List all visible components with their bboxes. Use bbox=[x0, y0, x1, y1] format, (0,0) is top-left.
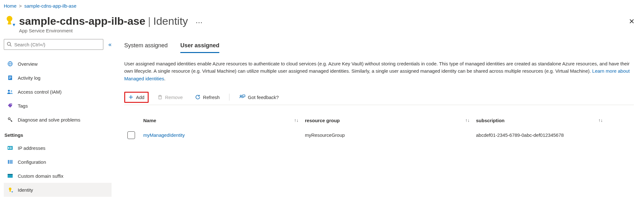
add-button[interactable]: Add bbox=[124, 92, 149, 103]
sidebar-item-label: Configuration bbox=[18, 159, 46, 165]
sort-icon[interactable]: ↑↓ bbox=[294, 118, 299, 123]
sort-icon[interactable]: ↑↓ bbox=[598, 118, 603, 123]
col-subscription[interactable]: subscription bbox=[476, 118, 505, 123]
svg-rect-26 bbox=[8, 174, 13, 175]
add-label: Add bbox=[136, 95, 145, 100]
sidebar-item-label: IP addresses bbox=[18, 145, 45, 151]
breadcrumb-separator: > bbox=[19, 3, 22, 9]
resource-type-label: App Service Environment bbox=[19, 28, 640, 33]
close-button[interactable]: ✕ bbox=[626, 16, 637, 27]
svg-rect-23 bbox=[10, 160, 11, 164]
svg-point-14 bbox=[11, 90, 12, 92]
svg-line-5 bbox=[10, 45, 11, 46]
sidebar-item-overview[interactable]: Overview bbox=[4, 57, 112, 71]
svg-rect-12 bbox=[9, 78, 10, 79]
refresh-icon bbox=[195, 94, 201, 100]
remove-label: Remove bbox=[165, 95, 183, 100]
remove-button: Remove bbox=[154, 93, 186, 102]
svg-rect-28 bbox=[10, 190, 11, 192]
tags-icon bbox=[7, 103, 13, 109]
plus-icon bbox=[128, 95, 133, 100]
more-actions-button[interactable]: ⋯ bbox=[194, 18, 204, 27]
tab-system-assigned[interactable]: System assigned bbox=[124, 41, 168, 53]
svg-rect-36 bbox=[242, 95, 245, 97]
sidebar-item-label: Identity bbox=[18, 187, 33, 193]
identity-toolbar: Add Remove Refresh Got feedback? bbox=[124, 90, 634, 105]
collapse-sidebar-button[interactable]: « bbox=[107, 40, 112, 49]
page-title: sample-cdns-app-ilb-ase bbox=[19, 15, 145, 27]
sidebar-item-label: Activity log bbox=[18, 75, 41, 81]
app-service-environment-icon bbox=[4, 15, 15, 26]
sidebar-item-label: Overview bbox=[18, 61, 38, 67]
search-icon bbox=[7, 42, 12, 48]
identity-subscription: abcdef01-2345-6789-0abc-def012345678 bbox=[476, 132, 609, 138]
svg-point-35 bbox=[240, 95, 242, 97]
breadcrumb: Home > sample-cdns-app-ilb-ase bbox=[4, 3, 640, 9]
sidebar-item-label: Tags bbox=[18, 103, 28, 109]
sidebar-item-access-control[interactable]: Access control (IAM) bbox=[4, 85, 112, 99]
svg-rect-22 bbox=[8, 160, 9, 164]
svg-marker-29 bbox=[11, 191, 13, 193]
sidebar-search[interactable] bbox=[4, 39, 103, 50]
sort-icon[interactable]: ↑↓ bbox=[465, 118, 470, 123]
svg-point-13 bbox=[8, 90, 10, 92]
tab-user-assigned[interactable]: User assigned bbox=[180, 41, 219, 53]
trash-icon bbox=[158, 95, 163, 100]
sidebar-item-custom-domain-suffix[interactable]: Custom domain suffix bbox=[4, 169, 112, 183]
refresh-button[interactable]: Refresh bbox=[192, 92, 223, 102]
svg-point-27 bbox=[9, 188, 11, 190]
identity-resource-group: myResourceGroup bbox=[305, 132, 476, 138]
diagnose-icon bbox=[7, 117, 13, 123]
page-subtitle: Identity bbox=[153, 15, 188, 27]
sidebar-item-tags[interactable]: Tags bbox=[4, 99, 112, 113]
title-separator: | bbox=[148, 15, 151, 27]
svg-rect-2 bbox=[8, 23, 11, 24]
col-name[interactable]: Name bbox=[143, 118, 156, 123]
configuration-icon bbox=[7, 159, 13, 164]
svg-point-4 bbox=[7, 42, 10, 45]
sidebar-item-identity[interactable]: Identity bbox=[4, 183, 112, 197]
sidebar-item-activity-log[interactable]: Activity log bbox=[4, 71, 112, 85]
access-control-icon bbox=[7, 89, 13, 95]
svg-rect-10 bbox=[9, 76, 11, 77]
sidebar-group-settings: Settings bbox=[4, 132, 112, 138]
ip-addresses-icon bbox=[7, 146, 13, 150]
svg-rect-32 bbox=[159, 96, 161, 99]
sidebar-item-label: Custom domain suffix bbox=[18, 173, 63, 179]
svg-rect-11 bbox=[9, 77, 11, 78]
feedback-icon bbox=[239, 94, 245, 100]
sidebar-item-ip-addresses[interactable]: IP addresses bbox=[4, 141, 112, 155]
svg-marker-3 bbox=[13, 24, 15, 26]
breadcrumb-home[interactable]: Home bbox=[4, 3, 16, 9]
table-row[interactable]: myManagedIdentity myResourceGroup abcdef… bbox=[124, 131, 634, 139]
svg-rect-24 bbox=[11, 160, 12, 164]
globe-icon bbox=[7, 61, 13, 67]
col-resource-group[interactable]: resource group bbox=[305, 118, 340, 123]
sidebar-item-configuration[interactable]: Configuration bbox=[4, 155, 112, 169]
identity-tabs: System assigned User assigned bbox=[124, 41, 634, 53]
row-checkbox[interactable] bbox=[127, 131, 135, 139]
toolbar-divider bbox=[229, 94, 229, 101]
identity-icon bbox=[7, 187, 13, 193]
activity-log-icon bbox=[7, 75, 13, 81]
refresh-label: Refresh bbox=[203, 95, 220, 100]
svg-rect-21 bbox=[10, 148, 12, 149]
feedback-label: Got feedback? bbox=[248, 95, 279, 100]
svg-rect-19 bbox=[8, 147, 9, 149]
identity-name-link[interactable]: myManagedIdentity bbox=[143, 132, 185, 138]
feedback-button[interactable]: Got feedback? bbox=[236, 92, 282, 102]
sidebar-item-diagnose[interactable]: Diagnose and solve problems bbox=[4, 113, 112, 127]
svg-rect-20 bbox=[10, 147, 12, 148]
svg-point-15 bbox=[11, 104, 12, 105]
description-body: User assigned managed identities enable … bbox=[124, 61, 630, 74]
sidebar-item-label: Diagnose and solve problems bbox=[18, 117, 80, 123]
description-text: User assigned managed identities enable … bbox=[124, 60, 634, 82]
breadcrumb-current[interactable]: sample-cdns-app-ilb-ase bbox=[24, 3, 76, 9]
search-input[interactable] bbox=[14, 42, 100, 48]
identities-table: Name ↑↓ resource group ↑↓ subscription ↑… bbox=[124, 118, 634, 139]
custom-domain-icon bbox=[7, 174, 13, 178]
sidebar-item-label: Access control (IAM) bbox=[18, 89, 61, 95]
